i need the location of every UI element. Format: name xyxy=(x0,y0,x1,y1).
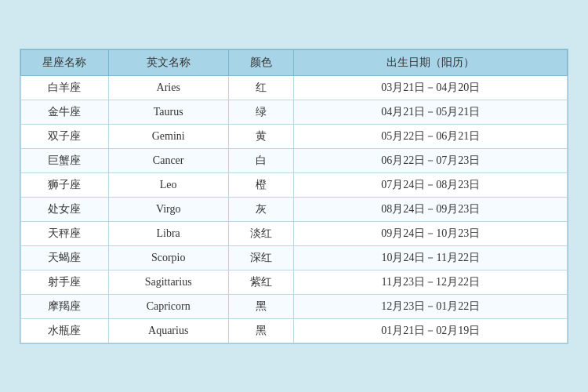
header-zh-name: 星座名称 xyxy=(21,49,109,75)
table-row: 水瓶座Aquarius黑01月21日－02月19日 xyxy=(21,318,568,343)
cell-color: 绿 xyxy=(228,100,294,124)
cell-zh-name: 射手座 xyxy=(21,270,109,294)
cell-color: 灰 xyxy=(228,197,294,221)
cell-en-name: Libra xyxy=(108,221,228,245)
table-row: 摩羯座Capricorn黑12月23日－01月22日 xyxy=(21,294,568,318)
cell-en-name: Taurus xyxy=(108,100,228,124)
table-header-row: 星座名称 英文名称 颜色 出生日期（阳历） xyxy=(21,49,568,75)
table-row: 天秤座Libra淡红09月24日－10月23日 xyxy=(21,221,568,245)
cell-zh-name: 水瓶座 xyxy=(21,318,109,343)
table-row: 射手座Sagittarius紫红11月23日－12月22日 xyxy=(21,270,568,294)
cell-color: 深红 xyxy=(228,245,294,270)
cell-color: 白 xyxy=(228,148,294,172)
table-row: 双子座Gemini黄05月22日－06月21日 xyxy=(21,124,568,148)
table-row: 金牛座Taurus绿04月21日－05月21日 xyxy=(21,100,568,124)
header-color: 颜色 xyxy=(228,49,294,75)
cell-color: 红 xyxy=(228,75,294,100)
table-row: 白羊座Aries红03月21日－04月20日 xyxy=(21,75,568,100)
cell-color: 淡红 xyxy=(228,221,294,245)
cell-date: 05月22日－06月21日 xyxy=(294,124,568,148)
cell-color: 橙 xyxy=(228,172,294,197)
cell-color: 黑 xyxy=(228,294,294,318)
table-body: 白羊座Aries红03月21日－04月20日金牛座Taurus绿04月21日－0… xyxy=(21,75,568,343)
table-row: 巨蟹座Cancer白06月22日－07月23日 xyxy=(21,148,568,172)
cell-date: 08月24日－09月23日 xyxy=(294,197,568,221)
cell-zh-name: 处女座 xyxy=(21,197,109,221)
cell-color: 黄 xyxy=(228,124,294,148)
cell-en-name: Leo xyxy=(108,172,228,197)
cell-en-name: Virgo xyxy=(108,197,228,221)
cell-zh-name: 摩羯座 xyxy=(21,294,109,318)
cell-date: 10月24日－11月22日 xyxy=(294,245,568,270)
cell-color: 黑 xyxy=(228,318,294,343)
cell-date: 09月24日－10月23日 xyxy=(294,221,568,245)
cell-en-name: Aries xyxy=(108,75,228,100)
cell-en-name: Scorpio xyxy=(108,245,228,270)
main-container: 星座名称 英文名称 颜色 出生日期（阳历） 白羊座Aries红03月21日－04… xyxy=(20,49,568,344)
cell-en-name: Cancer xyxy=(108,148,228,172)
cell-date: 12月23日－01月22日 xyxy=(294,294,568,318)
cell-en-name: Gemini xyxy=(108,124,228,148)
cell-date: 11月23日－12月22日 xyxy=(294,270,568,294)
cell-zh-name: 天蝎座 xyxy=(21,245,109,270)
cell-date: 04月21日－05月21日 xyxy=(294,100,568,124)
cell-date: 03月21日－04月20日 xyxy=(294,75,568,100)
table-row: 天蝎座Scorpio深红10月24日－11月22日 xyxy=(21,245,568,270)
cell-zh-name: 巨蟹座 xyxy=(21,148,109,172)
zodiac-table: 星座名称 英文名称 颜色 出生日期（阳历） 白羊座Aries红03月21日－04… xyxy=(20,49,568,343)
table-row: 处女座Virgo灰08月24日－09月23日 xyxy=(21,197,568,221)
cell-zh-name: 金牛座 xyxy=(21,100,109,124)
header-en-name: 英文名称 xyxy=(108,49,228,75)
cell-date: 06月22日－07月23日 xyxy=(294,148,568,172)
header-date: 出生日期（阳历） xyxy=(294,49,568,75)
cell-zh-name: 狮子座 xyxy=(21,172,109,197)
cell-en-name: Aquarius xyxy=(108,318,228,343)
table-row: 狮子座Leo橙07月24日－08月23日 xyxy=(21,172,568,197)
cell-color: 紫红 xyxy=(228,270,294,294)
cell-zh-name: 天秤座 xyxy=(21,221,109,245)
cell-date: 01月21日－02月19日 xyxy=(294,318,568,343)
cell-en-name: Sagittarius xyxy=(108,270,228,294)
cell-zh-name: 白羊座 xyxy=(21,75,109,100)
cell-date: 07月24日－08月23日 xyxy=(294,172,568,197)
cell-en-name: Capricorn xyxy=(108,294,228,318)
cell-zh-name: 双子座 xyxy=(21,124,109,148)
